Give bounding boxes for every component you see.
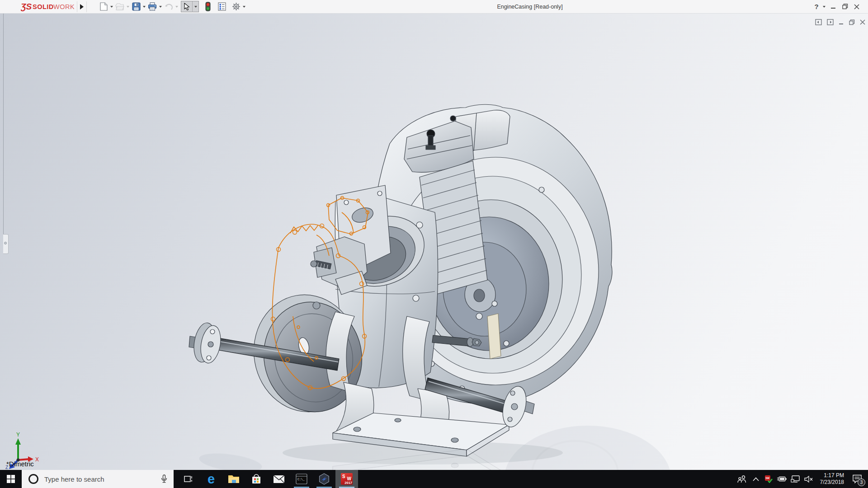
save-button[interactable] bbox=[131, 1, 141, 12]
close-button[interactable] bbox=[851, 0, 863, 14]
taskbar-cmd-button[interactable]: C:\_ bbox=[290, 470, 313, 488]
network-icon bbox=[791, 475, 800, 483]
select-tool-dropdown[interactable] bbox=[192, 1, 198, 12]
undo-dropdown[interactable] bbox=[174, 1, 180, 12]
panel-splitter-handle[interactable] bbox=[3, 234, 9, 254]
open-button[interactable] bbox=[115, 1, 125, 12]
save-dropdown[interactable] bbox=[141, 1, 147, 12]
logo-swoosh: ƷS bbox=[21, 2, 32, 11]
flyout-arrow-icon bbox=[80, 4, 84, 9]
window-controls: ? bbox=[812, 0, 868, 14]
taskbar-edge-button[interactable]: e bbox=[200, 470, 222, 488]
document-title: EngineCasing [Read-only] bbox=[497, 0, 562, 14]
doc-restore-button[interactable] bbox=[849, 19, 855, 25]
people-icon bbox=[737, 475, 746, 483]
graphics-viewport[interactable]: Y X Z *Dimetric bbox=[0, 14, 868, 470]
task-view-icon bbox=[184, 474, 193, 483]
mail-icon bbox=[273, 475, 285, 483]
microphone-icon[interactable] bbox=[161, 474, 167, 483]
file-properties-button[interactable] bbox=[217, 1, 227, 12]
open-dropdown[interactable] bbox=[125, 1, 131, 12]
command-prompt-icon: C:\_ bbox=[296, 474, 307, 484]
search-input[interactable] bbox=[44, 475, 161, 483]
file-properties-icon bbox=[218, 2, 226, 11]
taskbar-mail-button[interactable] bbox=[268, 470, 290, 488]
taskbar-file-explorer-button[interactable] bbox=[222, 470, 245, 488]
new-document-icon bbox=[100, 2, 108, 11]
sw-cube-s: S bbox=[342, 474, 345, 479]
edge-icon: e bbox=[208, 473, 215, 486]
taskbar-hex-app-button[interactable] bbox=[313, 470, 335, 488]
help-button[interactable]: ? bbox=[812, 0, 821, 14]
quick-access-toolbar bbox=[99, 0, 247, 14]
hexagon-app-icon bbox=[318, 473, 330, 485]
triad-x-label: X bbox=[35, 456, 39, 463]
volume-status[interactable] bbox=[802, 470, 816, 488]
new-document-button[interactable] bbox=[99, 1, 108, 12]
taskbar-store-button[interactable] bbox=[245, 470, 268, 488]
sw-cube-year: 2017 bbox=[344, 481, 352, 485]
help-dropdown[interactable] bbox=[821, 1, 827, 12]
options-dropdown[interactable] bbox=[241, 1, 247, 12]
task-view-button[interactable] bbox=[177, 470, 200, 488]
rebuild-button[interactable] bbox=[203, 1, 213, 12]
save-floppy-icon bbox=[132, 2, 141, 11]
logo-text-light: WORKS bbox=[53, 3, 74, 10]
feature-panel-edge bbox=[3, 14, 4, 254]
minimize-button[interactable] bbox=[827, 0, 839, 14]
doc-minimize-button[interactable] bbox=[839, 19, 844, 25]
file-explorer-icon bbox=[228, 474, 240, 484]
undo-button[interactable] bbox=[164, 1, 174, 12]
new-document-dropdown[interactable] bbox=[108, 1, 115, 12]
start-button[interactable] bbox=[0, 470, 22, 488]
options-button[interactable] bbox=[231, 1, 241, 12]
taskbar-search[interactable] bbox=[22, 470, 174, 488]
document-window-controls bbox=[815, 19, 865, 25]
clock-date: 7/23/2018 bbox=[820, 479, 844, 486]
solidworks-status-tray[interactable]: SW bbox=[762, 470, 775, 488]
restore-button[interactable] bbox=[839, 0, 851, 14]
solidworks-logo: ƷS SOLID WORKS bbox=[21, 0, 74, 14]
print-icon bbox=[148, 2, 157, 11]
green-check-icon bbox=[768, 479, 773, 483]
print-button[interactable] bbox=[147, 1, 157, 12]
view-orientation-label: *Dimetric bbox=[6, 460, 34, 468]
open-folder-icon bbox=[115, 3, 124, 10]
rebuild-traffic-light-icon bbox=[205, 2, 211, 11]
minimize-icon bbox=[830, 4, 836, 9]
doc-close-button[interactable] bbox=[860, 19, 865, 25]
network-status[interactable] bbox=[788, 470, 802, 488]
options-gear-icon bbox=[232, 2, 241, 11]
print-dropdown[interactable] bbox=[157, 1, 164, 12]
clock-time: 1:17 PM bbox=[820, 472, 844, 479]
solidworks-tray-icon: SW bbox=[765, 475, 772, 483]
engine-casing-model bbox=[0, 14, 868, 470]
tray-overflow-button[interactable] bbox=[750, 470, 762, 488]
undo-arrow-icon bbox=[164, 3, 173, 10]
select-tool-button[interactable] bbox=[181, 1, 192, 12]
logo-text-bold: SOLID bbox=[33, 3, 54, 10]
menu-flyout-button[interactable] bbox=[77, 1, 87, 12]
power-status[interactable] bbox=[775, 470, 788, 488]
volume-muted-icon bbox=[804, 476, 813, 483]
people-button[interactable] bbox=[734, 470, 750, 488]
taskbar-app-icons: e bbox=[177, 470, 358, 488]
windows-logo-icon bbox=[7, 475, 15, 483]
cmd-label: C:\_ bbox=[297, 478, 305, 481]
chevron-up-icon bbox=[753, 477, 759, 481]
select-cursor-icon bbox=[184, 3, 190, 11]
notification-badge: 3 bbox=[858, 479, 865, 486]
solidworks-app-icon: S W 2017 bbox=[341, 473, 353, 485]
titlebar: ƷS SOLID WORKS bbox=[0, 0, 868, 14]
select-tool-group bbox=[181, 1, 199, 12]
expand-pane-right-button[interactable] bbox=[827, 19, 834, 25]
splitter-dot bbox=[4, 242, 7, 244]
taskbar-solidworks-button[interactable]: S W 2017 bbox=[335, 470, 358, 488]
cortana-icon[interactable] bbox=[28, 474, 38, 484]
close-icon bbox=[854, 4, 859, 9]
windows-taskbar: e bbox=[0, 470, 868, 488]
collapse-pane-left-button[interactable] bbox=[815, 19, 822, 25]
restore-icon bbox=[842, 4, 848, 9]
taskbar-clock[interactable]: 1:17 PM 7/23/2018 bbox=[820, 472, 844, 486]
action-center-button[interactable]: 3 bbox=[848, 470, 866, 488]
